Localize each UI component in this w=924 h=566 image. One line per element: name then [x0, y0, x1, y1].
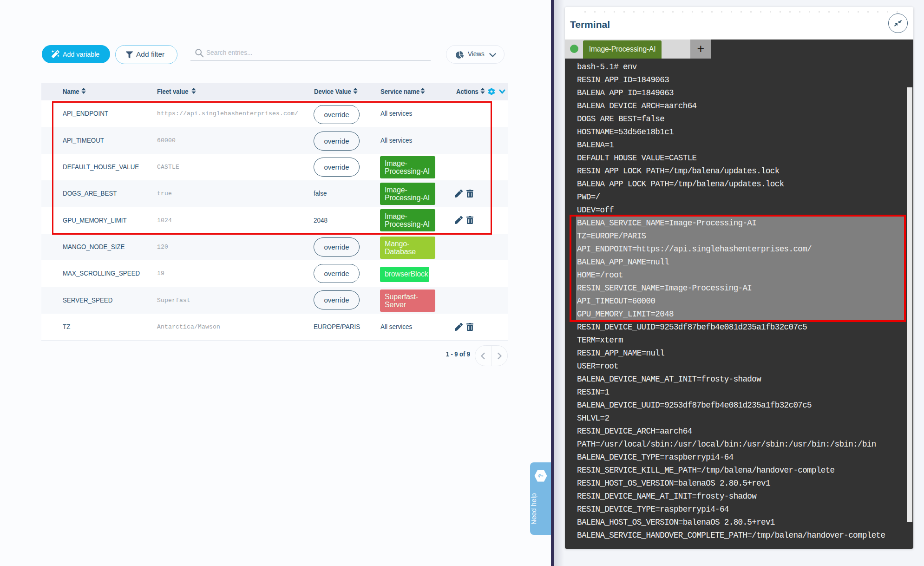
svg-text:?: ?	[537, 474, 544, 478]
